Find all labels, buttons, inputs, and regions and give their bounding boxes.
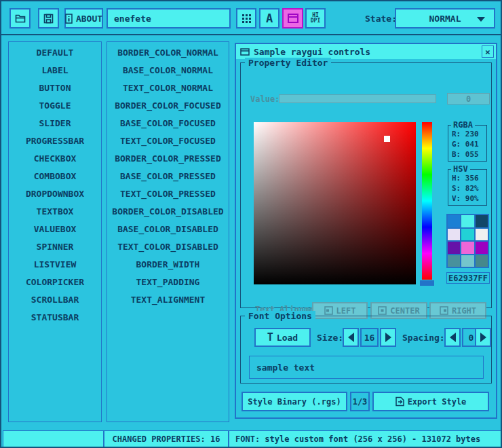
list-item[interactable]: STATUSBAR	[9, 309, 101, 326]
list-item[interactable]: PROGRESSBAR	[9, 132, 101, 150]
arrow-left-icon	[450, 333, 456, 342]
value-label: Value:	[250, 94, 279, 104]
statusbar-font-info: FONT: style custom font (256 x 256) - 13…	[229, 430, 502, 448]
palette-swatch[interactable]	[476, 242, 488, 254]
open-style-button[interactable]	[9, 8, 31, 29]
list-item[interactable]: TOGGLE	[9, 97, 101, 115]
palette-swatch[interactable]	[448, 229, 460, 241]
font-a-icon: A	[266, 12, 273, 25]
palette-swatch[interactable]	[461, 242, 474, 254]
list-item[interactable]: LISTVIEW	[9, 256, 101, 274]
save-icon	[43, 14, 54, 24]
palette-swatch[interactable]	[476, 215, 488, 227]
list-item[interactable]: BORDER_COLOR_NORMAL	[107, 44, 229, 62]
palette-swatch[interactable]	[448, 255, 460, 267]
list-item[interactable]: VALUEBOX	[9, 221, 101, 238]
list-item[interactable]: BORDER_COLOR_PRESSED	[107, 150, 229, 168]
color-picker-panel[interactable]	[254, 122, 416, 284]
list-item[interactable]: SPINNER	[9, 238, 101, 256]
list-item[interactable]: TEXT_PADDING	[107, 274, 229, 291]
palette-swatch[interactable]	[461, 229, 474, 241]
list-item[interactable]: TEXT_COLOR_PRESSED	[107, 185, 229, 203]
hue-bar[interactable]	[422, 122, 432, 280]
sample-text-box[interactable]: sample text	[249, 356, 484, 379]
state-dropdown[interactable]: NORMAL	[395, 8, 495, 29]
list-item[interactable]: BASE_COLOR_DISABLED	[107, 221, 229, 238]
grid-mode-button[interactable]	[236, 8, 256, 29]
spacing-decrease-button[interactable]	[444, 328, 461, 347]
hsv-s-value: S: 82%	[448, 183, 486, 193]
palette-swatch[interactable]	[476, 229, 488, 241]
list-item[interactable]: BUTTON	[9, 79, 101, 97]
list-item[interactable]: COMBOBOX	[9, 168, 101, 185]
list-item[interactable]: TEXT_COLOR_NORMAL	[107, 79, 229, 97]
list-item[interactable]: BASE_COLOR_PRESSED	[107, 168, 229, 185]
hsv-group: HSV H: 356 S: 82% V: 90%	[448, 169, 487, 206]
arrow-left-icon	[348, 333, 354, 342]
list-item[interactable]: TEXT_COLOR_FOCUSED	[107, 132, 229, 150]
rgba-group: RGBA R: 230 G: 041 B: 055	[448, 125, 487, 162]
window-icon	[288, 14, 298, 23]
list-item[interactable]: TEXTBOX	[9, 203, 101, 221]
about-button-label: ABOUT	[76, 14, 102, 24]
value-slider[interactable]	[279, 94, 436, 103]
font-options-group: Font Options T Load Size: 16 Spacing: 0 …	[240, 316, 492, 384]
export-style-button[interactable]: Export Style	[372, 392, 489, 411]
size-decrease-button[interactable]	[343, 328, 359, 347]
state-label: State:	[365, 14, 397, 24]
size-value-box[interactable]: 16	[360, 328, 379, 347]
window-title: Sample raygui controls	[254, 47, 370, 57]
export-format-indicator[interactable]: 1/3	[350, 392, 370, 411]
chevron-down-icon	[477, 17, 485, 26]
style-binary-button[interactable]: Style Binary (.rgs)	[242, 392, 347, 411]
palette-swatch[interactable]	[476, 255, 488, 267]
list-item[interactable]: TEXT_COLOR_DISABLED	[107, 238, 229, 256]
style-name-input[interactable]	[107, 8, 231, 29]
font-mode-button[interactable]: A	[259, 8, 279, 29]
palette-swatch[interactable]	[461, 215, 474, 227]
property-editor-group: Property Editor Value: 0 RGBA R: 230 G: …	[240, 62, 492, 308]
statusbar-changed-properties: CHANGED PROPERTIES: 16	[104, 430, 229, 448]
sample-controls-window: Sample raygui controls × Property Editor…	[235, 43, 497, 419]
folder-open-icon	[15, 14, 26, 23]
window-mode-button[interactable]	[282, 8, 303, 29]
hex-color-input[interactable]: E62937FF	[446, 272, 490, 284]
window-titlebar-icon	[240, 48, 250, 56]
list-item[interactable]: LABEL	[9, 62, 101, 79]
size-increase-button[interactable]	[380, 328, 396, 347]
list-item[interactable]: BASE_COLOR_FOCUSED	[107, 115, 229, 132]
close-icon[interactable]: ×	[482, 45, 494, 58]
hidpi-button[interactable]: HI DPI	[305, 8, 326, 29]
rgba-label: RGBA	[451, 120, 475, 130]
color-palette	[446, 214, 489, 268]
palette-swatch[interactable]	[461, 255, 474, 267]
palette-swatch[interactable]	[448, 242, 460, 254]
color-picker-cursor[interactable]	[384, 136, 390, 142]
list-item[interactable]: TEXT_ALIGNMENT	[107, 291, 229, 309]
list-item[interactable]: COLORPICKER	[9, 274, 101, 291]
window-titlebar[interactable]: Sample raygui controls ×	[236, 44, 496, 59]
list-item[interactable]: SCROLLBAR	[9, 291, 101, 309]
list-item[interactable]: BASE_COLOR_NORMAL	[107, 62, 229, 79]
list-item[interactable]: BORDER_WIDTH	[107, 256, 229, 274]
list-item[interactable]: DEFAULT	[9, 44, 101, 62]
arrow-right-icon	[480, 333, 486, 342]
property-editor-label: Property Editor	[245, 58, 331, 68]
list-item[interactable]: DROPDOWNBOX	[9, 185, 101, 203]
export-icon	[395, 396, 404, 407]
list-item[interactable]: SLIDER	[9, 115, 101, 132]
spacing-label: Spacing:	[402, 333, 445, 343]
load-font-button[interactable]: T Load	[254, 328, 311, 347]
list-item[interactable]: BORDER_COLOR_FOCUSED	[107, 97, 229, 115]
palette-swatch[interactable]	[448, 215, 460, 227]
size-label: Size:	[317, 333, 343, 343]
about-button[interactable]: ABOUT	[64, 8, 103, 29]
statusbar-empty-segment	[3, 430, 104, 448]
properties-list: BORDER_COLOR_NORMALBASE_COLOR_NORMALTEXT…	[107, 41, 229, 422]
spacing-increase-button[interactable]	[475, 328, 491, 347]
save-style-button[interactable]	[38, 8, 59, 29]
hue-slider-handle[interactable]	[420, 280, 434, 286]
list-item[interactable]: CHECKBOX	[9, 150, 101, 168]
value-box[interactable]: 0	[447, 93, 490, 105]
list-item[interactable]: BORDER_COLOR_DISABLED	[107, 203, 229, 221]
